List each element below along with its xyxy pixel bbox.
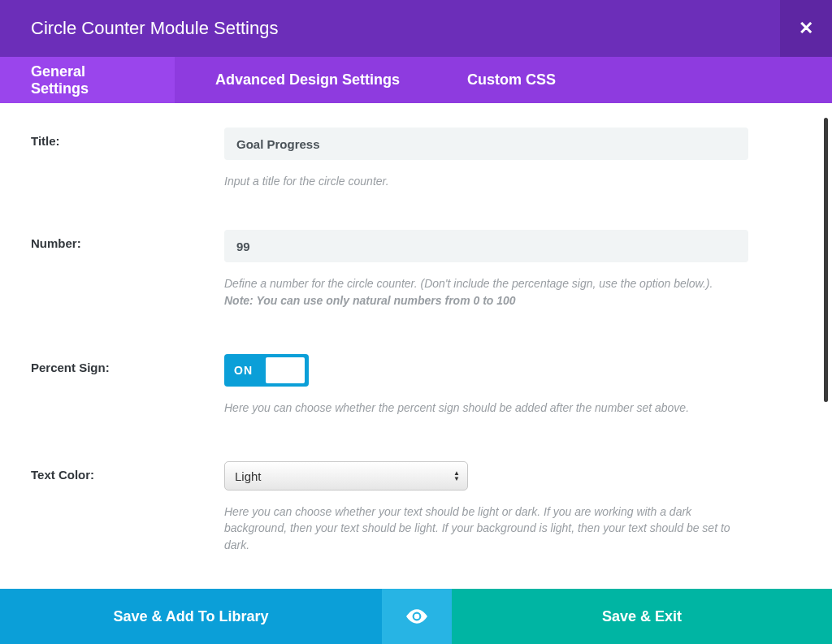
text-color-label: Text Color:	[31, 461, 224, 553]
title-label: Title:	[31, 128, 224, 189]
modal-title: Circle Counter Module Settings	[31, 18, 278, 39]
tab-general-settings[interactable]: General Settings	[0, 57, 175, 103]
tab-custom-css[interactable]: Custom CSS	[435, 57, 587, 103]
tab-advanced-design-settings[interactable]: Advanced Design Settings	[175, 57, 435, 103]
preview-button[interactable]	[382, 589, 452, 644]
number-input[interactable]	[224, 230, 748, 262]
close-button[interactable]: ✕	[780, 0, 832, 57]
title-input[interactable]	[224, 128, 748, 160]
scrollbar-thumb[interactable]	[824, 118, 828, 402]
save-and-exit-button[interactable]: Save & Exit	[452, 589, 832, 644]
percent-sign-helper: Here you can choose whether the percent …	[224, 400, 744, 416]
text-color-value: Light	[235, 469, 262, 483]
modal-footer: Save & Add To Library Save & Exit	[0, 589, 832, 644]
number-label: Number:	[31, 230, 224, 309]
toggle-on-label: ON	[234, 364, 253, 377]
save-add-to-library-button[interactable]: Save & Add To Library	[0, 589, 382, 644]
settings-panel: Title: Input a title for the circle coun…	[0, 103, 832, 644]
modal-header: Circle Counter Module Settings	[0, 0, 832, 57]
percent-sign-label: Percent Sign:	[31, 354, 224, 416]
percent-sign-toggle[interactable]: ON	[224, 354, 309, 387]
tab-bar: General Settings Advanced Design Setting…	[0, 57, 832, 103]
number-helper: Define a number for the circle counter. …	[224, 275, 744, 309]
text-color-helper: Here you can choose whether your text sh…	[224, 504, 744, 553]
close-icon: ✕	[799, 18, 813, 39]
text-color-select[interactable]: Light	[224, 461, 468, 491]
eye-icon	[406, 609, 427, 624]
toggle-knob	[266, 357, 305, 383]
title-helper: Input a title for the circle counter.	[224, 173, 744, 189]
